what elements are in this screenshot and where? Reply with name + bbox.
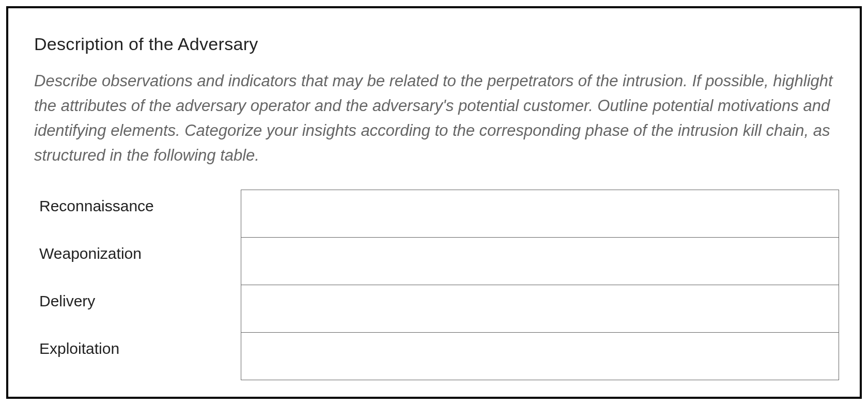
table-row: Reconnaissance bbox=[34, 190, 839, 238]
table-row: Weaponization bbox=[34, 238, 839, 285]
section-title: Description of the Adversary bbox=[34, 34, 839, 54]
row-label-exploitation: Exploitation bbox=[34, 333, 241, 380]
table-row: Delivery bbox=[34, 285, 839, 333]
kill-chain-table: Reconnaissance Weaponization Delivery Ex… bbox=[34, 190, 839, 380]
reconnaissance-input[interactable] bbox=[241, 190, 839, 237]
row-input-cell bbox=[241, 285, 839, 333]
row-input-cell bbox=[241, 238, 839, 285]
delivery-input[interactable] bbox=[241, 285, 839, 332]
row-label-weaponization: Weaponization bbox=[34, 238, 241, 285]
section-description: Describe observations and indicators tha… bbox=[34, 69, 839, 168]
row-label-reconnaissance: Reconnaissance bbox=[34, 190, 241, 238]
exploitation-input[interactable] bbox=[241, 333, 839, 379]
row-input-cell bbox=[241, 333, 839, 380]
weaponization-input[interactable] bbox=[241, 238, 839, 284]
table-row: Exploitation bbox=[34, 333, 839, 380]
row-input-cell bbox=[241, 190, 839, 238]
row-label-delivery: Delivery bbox=[34, 285, 241, 333]
document-page: Description of the Adversary Describe ob… bbox=[6, 6, 862, 399]
